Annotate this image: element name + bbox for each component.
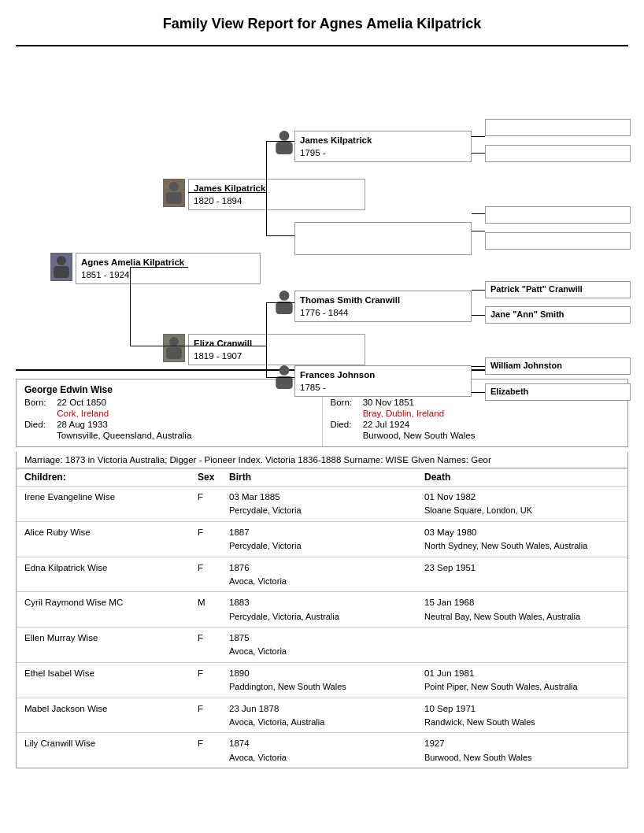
mother-photo [163, 334, 185, 362]
children-section: Children: Sex Birth Death Irene Evangeli… [16, 468, 628, 768]
child-birth: 1874Avoca, Victoria [229, 737, 424, 764]
child-death: 03 May 1980North Sydney, New South Wales… [424, 526, 620, 553]
child-death: 1927Burwood, New South Wales [424, 737, 620, 764]
pat-gf-silhouette [276, 131, 293, 157]
subject-photo [50, 253, 72, 281]
mat-gf-box[interactable]: Thomas Smith Cranwill 1776 - 1844 [294, 291, 472, 322]
svg-rect-7 [276, 142, 292, 154]
child-death: 01 Jun 1981Point Piper, New South Wales,… [424, 667, 620, 694]
child-death: 01 Nov 1982Sloane Square, London, UK [424, 491, 620, 517]
child-birth: 1875Avoca, Victoria [229, 631, 424, 658]
child-sex: F [198, 561, 229, 575]
conn-gg6 [472, 315, 485, 316]
gg2-box [485, 145, 631, 162]
child-birth: 1876Avoca, Victoria [229, 561, 424, 588]
svg-rect-11 [276, 376, 292, 389]
conn-v1 [130, 267, 131, 346]
svg-rect-6 [279, 131, 290, 141]
conn-h-mother [130, 346, 188, 346]
gg3-box [485, 206, 631, 224]
conn-father-right [188, 192, 266, 193]
conn-mat-v [266, 302, 267, 377]
mother-box[interactable]: Eliza Cranwill 1819 - 1907 [188, 334, 365, 365]
page-title: Family View Report for Agnes Amelia Kilp… [16, 16, 628, 32]
child-name: Ethel Isabel Wise [24, 667, 198, 680]
svg-rect-2 [169, 182, 179, 191]
svg-rect-8 [279, 291, 290, 301]
gg-mat-gf-father-box[interactable]: Patrick "Patt" Cranwill [485, 281, 631, 298]
gg-mat-gf-mother-box[interactable]: Jane "Ann" Smith [485, 306, 631, 324]
conn-mother-right [188, 346, 266, 346]
child-row: Lily Cranwill Wise F 1874Avoca, Victoria… [17, 733, 627, 768]
person1-died-place: Townsville, Queensland, Australia [24, 431, 314, 440]
child-name: Mabel Jackson Wise [24, 702, 198, 716]
child-birth: 03 Mar 1885Percydale, Victoria [229, 491, 424, 517]
child-sex: M [198, 596, 229, 609]
father-box[interactable]: James Kilpatrick 1820 - 1894 [188, 179, 365, 210]
person1-born: Born: 22 Oct 1850 [24, 398, 314, 407]
conn-gg3 [472, 213, 485, 214]
svg-rect-0 [57, 256, 66, 265]
conn-father-v [266, 141, 267, 192]
svg-rect-3 [166, 192, 182, 204]
svg-rect-5 [166, 347, 182, 359]
pat-gf-box[interactable]: James Kilpatrick 1795 - [294, 131, 472, 162]
child-sex: F [198, 631, 229, 645]
conn-gg8 [472, 392, 485, 393]
person1-born-place: Cork, Ireland [24, 409, 314, 418]
mat-gm-box[interactable]: Frances Johnson 1785 - [294, 365, 472, 397]
pat-gm-box[interactable] [294, 222, 472, 255]
child-name: Irene Evangeline Wise [24, 491, 198, 504]
conn-gg5 [472, 290, 485, 291]
conn-h-mat-gm [266, 377, 294, 378]
person2-died: Died: 22 Jul 1924 [331, 420, 620, 429]
person2-born-place: Bray, Dublin, Ireland [331, 409, 620, 418]
child-row: Ellen Murray Wise F 1875Avoca, Victoria [17, 628, 627, 663]
conn-gg2 [472, 153, 485, 154]
child-sex: F [198, 737, 229, 750]
child-row: Mabel Jackson Wise F 23 Jun 1878Avoca, V… [17, 698, 627, 734]
svg-rect-9 [276, 302, 292, 314]
child-birth: 1890Paddington, New South Wales [229, 667, 424, 694]
mat-gf-silhouette [276, 291, 293, 317]
gg-mat-gm-mother-box[interactable]: Elizabeth [485, 383, 631, 401]
gg1-box [485, 119, 631, 136]
child-row: Ethel Isabel Wise F 1890Paddington, New … [17, 663, 627, 698]
svg-rect-1 [54, 266, 69, 278]
conn-h-mat-gf [266, 302, 294, 303]
children-header: Children: Sex Birth Death [17, 468, 627, 487]
child-sex: F [198, 667, 229, 680]
child-sex: F [198, 526, 229, 539]
child-birth: 1883Percydale, Victoria, Australia [229, 596, 424, 623]
conn-h-pat-gf [266, 141, 294, 142]
child-row: Alice Ruby Wise F 1887Percydale, Victori… [17, 522, 627, 557]
person1-died: Died: 28 Aug 1933 [24, 420, 314, 429]
child-name: Edna Kilpatrick Wise [24, 561, 198, 575]
child-death: 23 Sep 1951 [424, 561, 620, 575]
conn-gg4 [472, 231, 485, 231]
child-row: Edna Kilpatrick Wise F 1876Avoca, Victor… [17, 557, 627, 593]
family-tree: Agnes Amelia Kilpatrick 1851 - 1924 Jame… [16, 45, 628, 371]
child-name: Cyril Raymond Wise MC [24, 596, 198, 609]
children-list: Irene Evangeline Wise F 03 Mar 1885Percy… [17, 487, 627, 768]
child-death: 10 Sep 1971Randwick, New South Wales [424, 702, 620, 729]
father-photo [163, 179, 185, 207]
gg-mat-gm-father-box[interactable]: William Johnston [485, 357, 631, 375]
child-name: Ellen Murray Wise [24, 631, 198, 645]
conn-h-pat-gm [266, 235, 294, 236]
child-row: Irene Evangeline Wise F 03 Mar 1885Percy… [17, 487, 627, 522]
child-name: Lily Cranwill Wise [24, 737, 198, 750]
child-sex: F [198, 702, 229, 716]
child-row: Cyril Raymond Wise MC M 1883Percydale, V… [17, 592, 627, 628]
mat-gm-silhouette [276, 365, 293, 391]
conn-gg1 [472, 136, 485, 137]
child-name: Alice Ruby Wise [24, 526, 198, 539]
child-death: 15 Jan 1968Neutral Bay, New South Wales,… [424, 596, 620, 623]
subject-box[interactable]: Agnes Amelia Kilpatrick 1851 - 1924 [76, 253, 261, 284]
svg-rect-10 [279, 365, 290, 376]
conn-gg7 [472, 366, 485, 367]
child-birth: 23 Jun 1878Avoca, Victoria, Australia [229, 702, 424, 729]
marriage-row: Marriage: 1873 in Victoria Australia; Di… [16, 452, 628, 468]
person2-died-place: Burwood, New South Wales [331, 431, 620, 440]
gg4-box [485, 232, 631, 250]
